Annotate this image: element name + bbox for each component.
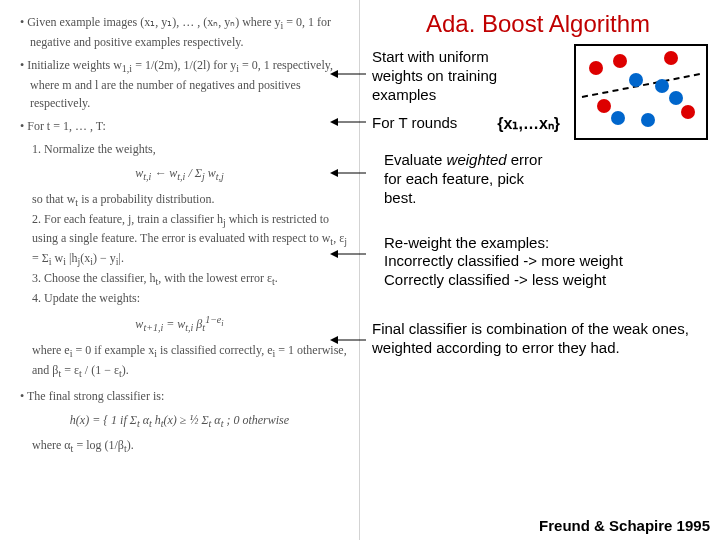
algorithm-pseudocode-pane: • Given example images (x₁, y₁), … , (xₙ… [0, 0, 360, 540]
text-start-weights: Start with uniform weights on training e… [372, 48, 537, 104]
arrow-icon [330, 70, 366, 78]
step-normalize-b: so that wt is a probability distribution… [32, 191, 349, 211]
svg-marker-3 [330, 118, 338, 126]
explanation-pane: Ada. Boost Algorithm Start with uniform … [360, 0, 720, 540]
arrow-icon [330, 336, 366, 344]
step-train: 2. For each feature, j, train a classifi… [32, 211, 349, 271]
dot-red [613, 54, 627, 68]
dot-blue [669, 91, 683, 105]
step-normalize: 1. Normalize the weights, [32, 141, 349, 158]
bullet-given: • Given example images (x₁, y₁), … , (xₙ… [20, 14, 349, 51]
step-update: 4. Update the weights: [32, 290, 349, 307]
svg-marker-7 [330, 250, 338, 258]
step-update-b: where ei = 0 if example xi is classified… [32, 342, 349, 382]
text-for-t: For T rounds [372, 114, 457, 133]
text-final-classifier: Final classifier is combination of the w… [372, 320, 710, 358]
svg-marker-1 [330, 70, 338, 78]
step-choose: 3. Choose the classifier, ht, with the l… [32, 270, 349, 290]
arrow-icon [330, 118, 366, 126]
arrow-icon [330, 169, 366, 177]
svg-marker-9 [330, 336, 338, 344]
formula-update: wt+1,i = wt,i βt1−ei [10, 313, 349, 336]
bullet-init: • Initialize weights w1,i = 1/(2m), 1/(2… [20, 57, 349, 112]
bullet-final: • The final strong classifier is: [20, 388, 349, 405]
svg-marker-5 [330, 169, 338, 177]
text-evaluate: Evaluate weighted error for each feature… [384, 151, 554, 207]
text-reweight: Re-weight the examples: Incorrectly clas… [384, 234, 710, 290]
dot-blue [629, 73, 643, 87]
formula-normalize: wt,i ← wt,i / Σj wt,j [10, 165, 349, 185]
dot-blue [655, 79, 669, 93]
dot-red [589, 61, 603, 75]
label-xn: {x₁,…xₙ} [497, 114, 560, 133]
slide-title: Ada. Boost Algorithm [366, 10, 710, 38]
bullet-for: • For t = 1, … , T: [20, 118, 349, 135]
final-alpha: where αt = log (1/βt). [32, 437, 349, 457]
arrow-icon [330, 250, 366, 258]
citation: Freund & Schapire 1995 [539, 517, 710, 534]
formula-final: h(x) = { 1 if Σt αt ht(x) ≥ ½ Σt αt ; 0 … [10, 412, 349, 432]
dot-red [597, 99, 611, 113]
dot-red [664, 51, 678, 65]
